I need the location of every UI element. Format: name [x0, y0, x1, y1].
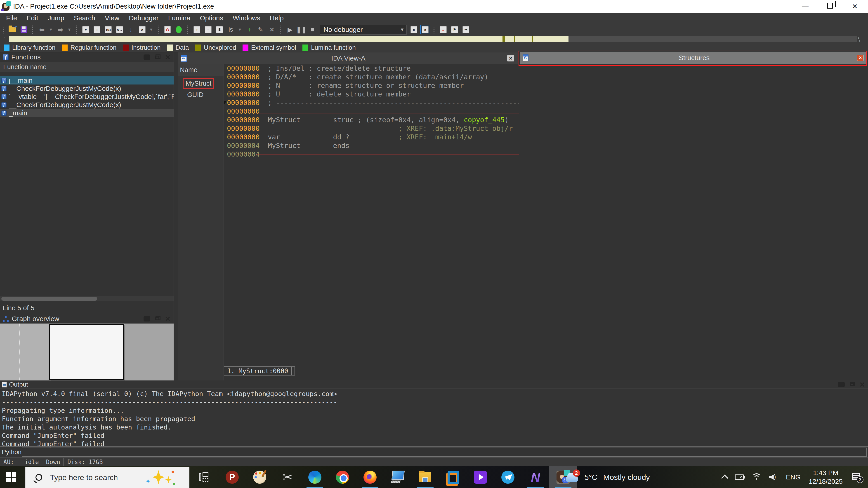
navigate-back-button[interactable]: ⬅	[37, 25, 47, 34]
panel-maximize-icon[interactable]	[838, 382, 845, 387]
ascii-view-button[interactable]: A	[137, 25, 147, 34]
toolbar-handle[interactable]	[2, 25, 4, 34]
toolbar-handle[interactable]	[187, 25, 189, 34]
script-button[interactable]: is	[226, 25, 236, 34]
python-command-input[interactable]	[22, 448, 867, 457]
wifi-icon[interactable]	[752, 473, 762, 481]
language-indicator[interactable]: ENG	[786, 473, 801, 481]
struct-tab-indicator[interactable]: 1. MyStruct:0000	[224, 366, 291, 376]
taskbar-app-movies[interactable]	[467, 466, 494, 488]
scrollbar-thumb[interactable]	[1, 297, 97, 301]
taskbar-app-thispc[interactable]	[384, 466, 411, 488]
add-breakpoint-button[interactable]: ＋	[244, 25, 254, 34]
breakpoint-list-button[interactable]: ≡	[438, 25, 448, 34]
step-button[interactable]: ⇥	[461, 25, 471, 34]
debugger-run-button[interactable]: ▶	[285, 25, 295, 34]
save-button[interactable]	[19, 25, 29, 34]
navband-handle[interactable]	[3, 36, 5, 42]
ascii-dropdown[interactable]: ▼	[149, 25, 154, 34]
panel-restore-icon[interactable]	[154, 54, 161, 60]
structures-titlebar[interactable]: Structures ✕	[520, 52, 867, 64]
notification-center-button[interactable]: 3	[852, 473, 862, 482]
toolbar-handle[interactable]	[280, 25, 282, 34]
output-header[interactable]: Output ✕	[0, 381, 868, 389]
debugger-options-button[interactable]: c	[409, 25, 419, 34]
trace-button[interactable]: ⚑	[450, 25, 460, 34]
taskbar-app-firefox[interactable]	[356, 466, 384, 488]
jump-to-xref-button[interactable]: A→	[115, 25, 125, 34]
restore-button[interactable]	[823, 2, 837, 10]
script-dropdown[interactable]: ▼	[237, 25, 243, 34]
debugger-selector[interactable]: No debugger ▼	[320, 25, 406, 34]
functions-horizontal-scrollbar[interactable]	[0, 296, 174, 301]
calc-sum-button[interactable]: +	[192, 25, 202, 34]
menu-item-windows[interactable]: Windows	[228, 13, 265, 24]
taskbar-app-snipping[interactable]: ✂	[274, 466, 301, 488]
function-row[interactable]: fj__main	[0, 76, 174, 85]
taskbar-app-psiphon[interactable]: P	[218, 466, 246, 488]
panel-close-icon[interactable]: ✕	[859, 382, 866, 387]
jump-down-button[interactable]: ↓	[126, 25, 136, 34]
debugger-options-active-button[interactable]: c	[420, 25, 430, 34]
edit-button[interactable]: ✎	[256, 25, 266, 34]
function-row[interactable]: f_main	[0, 109, 174, 117]
panel-close-icon[interactable]: ✕	[164, 316, 171, 322]
back-dropdown[interactable]: ▼	[48, 25, 54, 34]
panel-splitter[interactable]	[174, 53, 178, 381]
panel-maximize-icon[interactable]	[143, 54, 151, 60]
jump-to-segment-button[interactable]: 101	[103, 25, 113, 34]
ida-view-close-icon[interactable]: ✕	[507, 55, 514, 61]
name-item-selected[interactable]: MyStruct	[184, 79, 213, 88]
ida-view-a-titlebar[interactable]: IDA View-A ✕	[178, 53, 518, 64]
toolbar-handle[interactable]	[32, 25, 34, 34]
function-name-column-header[interactable]: Function name	[0, 62, 174, 72]
debugger-pause-button[interactable]: ❚❚	[296, 25, 306, 34]
menu-item-jump[interactable]: Jump	[43, 13, 69, 24]
taskbar-app-chrome[interactable]	[329, 466, 356, 488]
panel-close-icon[interactable]: ✕	[164, 54, 171, 60]
colors-button[interactable]: A	[162, 25, 173, 34]
panel-maximize-icon[interactable]	[143, 316, 151, 322]
taskbar-clock[interactable]: 1:43 PM 12/18/2025	[809, 468, 843, 486]
names-column-header[interactable]: Name	[178, 64, 223, 76]
taskbar-app-telegram[interactable]	[494, 466, 522, 488]
function-row[interactable]: f__CheckForDebuggerJustMyCode(x)	[0, 85, 174, 93]
toolbar-handle[interactable]	[75, 25, 78, 34]
taskbar-app-edge[interactable]	[301, 466, 329, 488]
function-row[interactable]: f`__vtable__'[__CheckForDebuggerJustMyCo…	[0, 93, 174, 101]
function-row[interactable]: f__CheckForDebuggerJustMyCode(x)	[0, 101, 174, 109]
taskbar-weather-widget[interactable]: 2 5°C Mostly cloudy	[565, 472, 650, 482]
taskbar-app-paint[interactable]	[246, 466, 274, 488]
delete-button[interactable]: ✕	[267, 25, 277, 34]
taskbar-app-explorer[interactable]	[411, 466, 439, 488]
jump-by-name-button[interactable]: T	[92, 25, 102, 34]
taskbar-app-mixedreality[interactable]: N	[522, 466, 549, 488]
navigation-band[interactable]: ▸◂	[9, 36, 857, 42]
forward-dropdown[interactable]: ▼	[67, 25, 72, 34]
volume-icon[interactable]	[769, 474, 779, 481]
task-view-button[interactable]	[199, 472, 209, 482]
tray-expand-chevron-icon[interactable]	[721, 475, 728, 482]
menu-item-file[interactable]: File	[1, 13, 22, 24]
toolbar-handle[interactable]	[157, 25, 160, 34]
panel-restore-icon[interactable]	[848, 382, 855, 387]
close-button[interactable]: ✕	[848, 2, 862, 10]
start-button[interactable]	[6, 472, 16, 482]
toolbar-handle[interactable]	[433, 25, 435, 34]
menu-item-view[interactable]: View	[100, 13, 124, 24]
menu-item-lumina[interactable]: Lumina	[163, 13, 195, 24]
graph-overview-header[interactable]: Graph overview ✕	[0, 314, 174, 324]
graph-overview-viewport-frame[interactable]	[49, 324, 124, 380]
menu-item-edit[interactable]: Edit	[22, 13, 43, 24]
output-log[interactable]: IDAPython v7.4.0 final (serial 0) (c) Th…	[0, 389, 868, 447]
empty-tab-indicator[interactable]	[286, 366, 295, 376]
disassembly-view[interactable]: 00000000 ; Ins/Del : create/delete struc…	[224, 64, 519, 366]
functions-panel-header[interactable]: f Functions ✕	[0, 53, 174, 62]
lumina-button[interactable]	[174, 25, 184, 34]
taskbar-app-vmware[interactable]	[439, 466, 467, 488]
structures-close-icon[interactable]: ✕	[857, 55, 864, 61]
name-item[interactable]: GUID	[178, 91, 223, 98]
menu-item-debugger[interactable]: Debugger	[124, 13, 163, 24]
jump-to-address-button[interactable]: #	[81, 25, 91, 34]
graph-overview-canvas[interactable]	[0, 324, 174, 381]
